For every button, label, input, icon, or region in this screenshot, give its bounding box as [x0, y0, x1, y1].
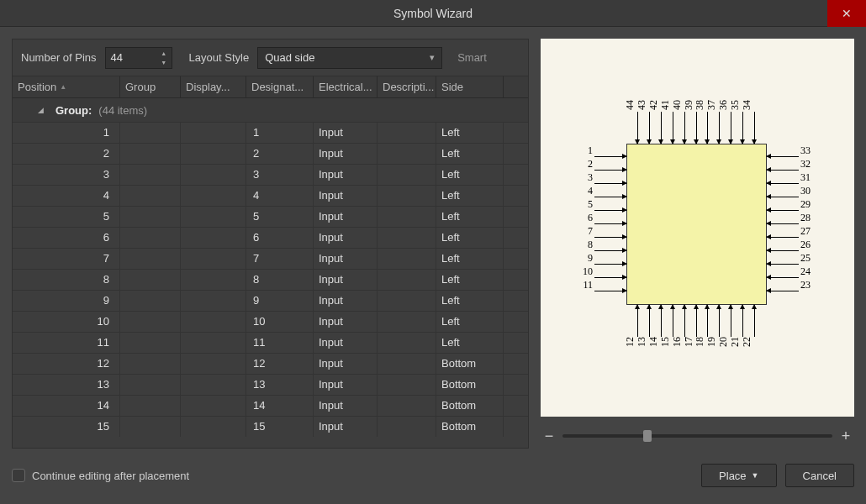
- collapse-icon[interactable]: ◢: [38, 106, 44, 114]
- cell-designator[interactable]: 7: [246, 249, 314, 269]
- cell-position[interactable]: 1: [13, 123, 120, 143]
- cell-side[interactable]: Left: [436, 165, 504, 185]
- cell-side[interactable]: Left: [436, 207, 504, 227]
- cell-electrical[interactable]: Input: [314, 186, 378, 206]
- cell-description[interactable]: [378, 312, 436, 332]
- pins-input[interactable]: 44 ▲ ▼: [105, 47, 172, 69]
- cell-group[interactable]: [120, 165, 181, 185]
- table-row[interactable]: 88InputLeft: [13, 269, 528, 290]
- cell-group[interactable]: [120, 375, 181, 395]
- cell-description[interactable]: [378, 207, 436, 227]
- cell-position[interactable]: 12: [13, 354, 120, 374]
- place-button[interactable]: Place ▼: [701, 464, 776, 487]
- cell-side[interactable]: Left: [436, 270, 504, 290]
- cell-designator[interactable]: 12: [246, 354, 314, 374]
- cell-electrical[interactable]: Input: [314, 207, 378, 227]
- cell-group[interactable]: [120, 291, 181, 311]
- smart-paste-link[interactable]: Smart: [457, 51, 487, 64]
- cell-side[interactable]: Bottom: [436, 354, 504, 374]
- cell-side[interactable]: Left: [436, 333, 504, 353]
- cell-display[interactable]: [181, 207, 246, 227]
- cell-position[interactable]: 5: [13, 207, 120, 227]
- cell-display[interactable]: [181, 417, 246, 437]
- cell-side[interactable]: Left: [436, 249, 504, 269]
- cell-description[interactable]: [378, 417, 436, 437]
- close-button[interactable]: ✕: [827, 0, 866, 27]
- cell-designator[interactable]: 6: [246, 228, 314, 248]
- cell-display[interactable]: [181, 354, 246, 374]
- table-row[interactable]: 1212InputBottom: [13, 353, 528, 374]
- cell-description[interactable]: [378, 396, 436, 416]
- zoom-out-button[interactable]: −: [542, 428, 556, 445]
- cell-group[interactable]: [120, 123, 181, 143]
- cell-side[interactable]: Bottom: [436, 375, 504, 395]
- pins-up-icon[interactable]: ▲: [158, 49, 170, 58]
- cell-designator[interactable]: 4: [246, 186, 314, 206]
- cell-position[interactable]: 14: [13, 396, 120, 416]
- cell-description[interactable]: [378, 375, 436, 395]
- cell-description[interactable]: [378, 354, 436, 374]
- cell-designator[interactable]: 15: [246, 417, 314, 437]
- cell-description[interactable]: [378, 291, 436, 311]
- cell-side[interactable]: Left: [436, 186, 504, 206]
- cell-description[interactable]: [378, 186, 436, 206]
- cell-designator[interactable]: 9: [246, 291, 314, 311]
- cell-description[interactable]: [378, 249, 436, 269]
- cell-display[interactable]: [181, 270, 246, 290]
- cell-designator[interactable]: 5: [246, 207, 314, 227]
- col-description[interactable]: Descripti...: [378, 76, 436, 97]
- cell-side[interactable]: Left: [436, 144, 504, 164]
- cell-electrical[interactable]: Input: [314, 291, 378, 311]
- cell-group[interactable]: [120, 270, 181, 290]
- col-group[interactable]: Group: [120, 76, 181, 97]
- cell-position[interactable]: 8: [13, 270, 120, 290]
- col-electrical[interactable]: Electrical...: [314, 76, 378, 97]
- cell-side[interactable]: Bottom: [436, 417, 504, 437]
- preview-canvas[interactable]: 1234567891011333231302928272625242344434…: [541, 39, 854, 417]
- cell-display[interactable]: [181, 375, 246, 395]
- cell-description[interactable]: [378, 123, 436, 143]
- cell-display[interactable]: [181, 228, 246, 248]
- cell-position[interactable]: 4: [13, 186, 120, 206]
- cell-electrical[interactable]: Input: [314, 123, 378, 143]
- table-row[interactable]: 22InputLeft: [13, 143, 528, 164]
- table-row[interactable]: 1515InputBottom: [13, 416, 528, 437]
- cell-electrical[interactable]: Input: [314, 417, 378, 437]
- cell-position[interactable]: 3: [13, 165, 120, 185]
- col-side[interactable]: Side: [436, 76, 504, 97]
- cell-description[interactable]: [378, 333, 436, 353]
- cell-group[interactable]: [120, 249, 181, 269]
- cell-position[interactable]: 15: [13, 417, 120, 437]
- col-designator[interactable]: Designat...: [246, 76, 314, 97]
- cell-display[interactable]: [181, 144, 246, 164]
- cell-position[interactable]: 10: [13, 312, 120, 332]
- checkbox-box[interactable]: [12, 469, 25, 482]
- table-row[interactable]: 1111InputLeft: [13, 332, 528, 353]
- table-row[interactable]: 11InputLeft: [13, 122, 528, 143]
- cell-display[interactable]: [181, 186, 246, 206]
- cell-display[interactable]: [181, 123, 246, 143]
- cell-designator[interactable]: 11: [246, 333, 314, 353]
- cell-display[interactable]: [181, 249, 246, 269]
- cell-side[interactable]: Left: [436, 228, 504, 248]
- cell-designator[interactable]: 13: [246, 375, 314, 395]
- cell-electrical[interactable]: Input: [314, 249, 378, 269]
- cell-electrical[interactable]: Input: [314, 333, 378, 353]
- table-row[interactable]: 1414InputBottom: [13, 395, 528, 416]
- cell-group[interactable]: [120, 354, 181, 374]
- cell-side[interactable]: Bottom: [436, 396, 504, 416]
- cell-display[interactable]: [181, 333, 246, 353]
- cell-description[interactable]: [378, 144, 436, 164]
- cell-designator[interactable]: 10: [246, 312, 314, 332]
- cell-electrical[interactable]: Input: [314, 396, 378, 416]
- cell-electrical[interactable]: Input: [314, 270, 378, 290]
- zoom-thumb[interactable]: [643, 430, 652, 442]
- pins-down-icon[interactable]: ▼: [158, 58, 170, 67]
- cell-group[interactable]: [120, 333, 181, 353]
- col-display[interactable]: Display...: [181, 76, 246, 97]
- cell-electrical[interactable]: Input: [314, 144, 378, 164]
- continue-checkbox[interactable]: Continue editing after placement: [12, 469, 189, 482]
- cell-position[interactable]: 6: [13, 228, 120, 248]
- cell-electrical[interactable]: Input: [314, 312, 378, 332]
- table-row[interactable]: 55InputLeft: [13, 206, 528, 227]
